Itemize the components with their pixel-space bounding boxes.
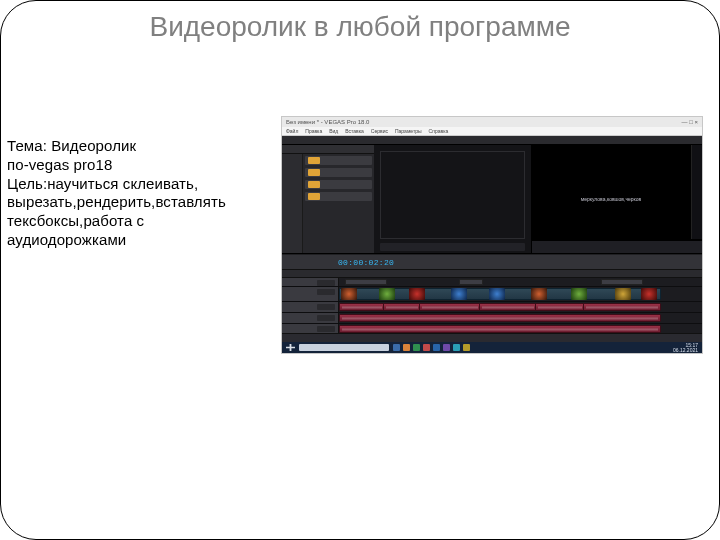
body-line: аудиодорожками [7,231,262,250]
media-items [303,154,374,253]
slide-body-text: Тема: Видеоролик по-vegas pro18 Цель:нау… [7,137,262,250]
trimmer-preview [374,145,531,253]
clip-thumbnail-icon [379,288,395,300]
body-line: тексбоксы,работа с [7,212,262,231]
track-header [282,302,339,312]
taskbar-app-icon [463,344,470,351]
taskbar-app-icon [393,344,400,351]
taskbar-app-icon [423,344,430,351]
window-controls-icon: — □ × [682,119,698,125]
body-line: вырезать,рендерить,вставлять [7,193,262,212]
media-pool [282,145,374,253]
menu-item: Справка [429,128,449,134]
window-title: Без имени * - VEGAS Pro 18.0 [286,119,369,125]
track-text [282,278,702,287]
embedded-screenshot: Без имени * - VEGAS Pro 18.0 — □ × Файл … [282,117,702,353]
track-audio [282,313,702,324]
timecode-display: 00:00:02:20 [338,258,394,267]
taskbar-app-icon [413,344,420,351]
menu-item: Правка [305,128,322,134]
audio-clip [339,325,661,333]
menu-item: Вид [329,128,338,134]
clip-thumbnail-icon [531,288,547,300]
slide-frame: Видеоролик в любой программе Тема: Видео… [0,0,720,540]
taskbar-app-icon [403,344,410,351]
timeline-ruler [282,270,702,278]
clip-thumbnail-icon [409,288,425,300]
folder-tree [282,154,303,253]
track-body [339,302,702,312]
taskbar-app-icon [453,344,460,351]
taskbar-app-icon [433,344,440,351]
taskbar-app-icon [443,344,450,351]
menu-item: Параметры [395,128,422,134]
media-pool-tabs [282,145,374,154]
track-header [282,278,339,286]
track-body [339,278,702,286]
media-item [305,192,372,201]
audio-clip [419,303,481,311]
track-header [282,287,339,301]
audio-clip [583,303,661,311]
preview-text-overlay: меркулова,ковшов,черков [532,196,690,202]
start-icon [286,344,295,351]
slide-title: Видеоролик в любой программе [1,11,719,43]
upper-panels: меркулова,ковшов,черков [282,145,702,254]
track-body [339,313,702,323]
menubar: Файл Правка Вид Вставка Сервис Параметры… [282,127,702,136]
body-line: Тема: Видеоролик [7,137,262,156]
audio-clip [479,303,537,311]
trimmer-controls [380,243,525,251]
track-header [282,313,339,323]
preview-controls [532,241,702,253]
clip-thumbnail-icon [489,288,505,300]
media-item [305,156,372,165]
text-clip [345,279,387,285]
taskbar-search [299,344,389,351]
body-line: Цель:научиться склеивать, [7,175,262,194]
track-video [282,287,702,302]
track-audio [282,302,702,313]
timeline-tracks [282,278,702,335]
text-clip [459,279,483,285]
track-body [339,287,702,301]
audio-clip [535,303,585,311]
window-titlebar: Без имени * - VEGAS Pro 18.0 — □ × [282,117,702,127]
media-item [305,180,372,189]
transport-bar: 00:00:02:20 [282,254,702,270]
media-item [305,168,372,177]
video-preview: меркулова,ковшов,черков [531,145,702,253]
clip-thumbnail-icon [571,288,587,300]
clip-thumbnail-icon [341,288,357,300]
menu-item: Вставка [345,128,364,134]
clip-thumbnail-icon [615,288,631,300]
menu-item: Сервис [371,128,388,134]
windows-taskbar: 15:17 06.12.2021 [282,342,702,353]
menu-item: Файл [286,128,298,134]
text-clip [601,279,643,285]
audio-clip [339,303,385,311]
audio-clip [383,303,421,311]
taskbar-clock: 15:17 06.12.2021 [673,343,698,353]
audio-clip [339,314,661,322]
body-line: по-vegas pro18 [7,156,262,175]
taskbar-pinned-icons [393,344,470,351]
clip-thumbnail-icon [641,288,657,300]
toolbar [282,136,702,145]
editor-statusbar [282,333,702,342]
clip-thumbnail-icon [451,288,467,300]
audio-meter [691,145,702,239]
